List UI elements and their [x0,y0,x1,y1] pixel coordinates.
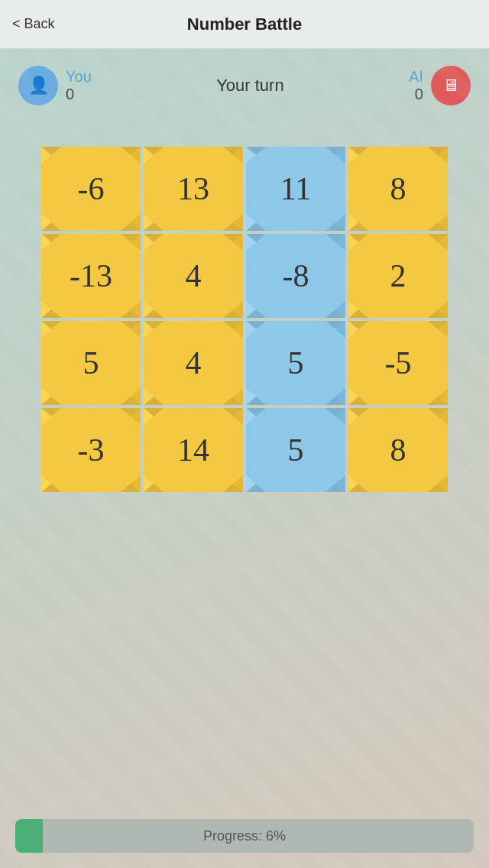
game-grid: -6 13 11 8 [41,147,448,492]
cell-value: 5 [288,345,304,381]
player-name: You [66,68,92,86]
player-icon: 👤 [28,76,49,96]
game-area: 👤 You 0 Your turn AI 0 🖥 [0,49,489,868]
grid-cell-0-1[interactable]: 13 [144,147,243,231]
grid-cell-0-2[interactable]: 11 [246,147,345,231]
ai-score: 0 [415,86,423,103]
ai-name: AI [409,68,423,86]
grid-cell-2-0[interactable]: 5 [41,321,141,405]
cell-value: -3 [78,432,105,468]
cell-value: 8 [390,170,406,207]
cell-value: -5 [385,345,412,381]
grid-cell-2-1[interactable]: 4 [144,321,243,405]
player-name-score: You 0 [66,68,92,103]
turn-label: Your turn [216,76,283,96]
ai-info: AI 0 🖥 [409,66,471,105]
grid-cell-0-0[interactable]: -6 [41,147,141,231]
navigation-bar: < Back Number Battle [0,0,489,49]
grid-cell-3-1[interactable]: 14 [144,408,243,492]
player-avatar: 👤 [18,66,58,105]
grid-cell-3-2[interactable]: 5 [246,408,345,492]
grid-cell-1-1[interactable]: 4 [144,234,243,318]
cell-value: 13 [177,170,209,207]
cell-value: 5 [288,432,304,468]
grid-cell-1-2[interactable]: -8 [246,234,345,318]
grid-cell-3-3[interactable]: 8 [348,408,448,492]
cell-value: 4 [186,257,202,294]
progress-container: Progress: 6% [15,819,474,853]
player-info: 👤 You 0 [18,66,92,105]
cell-value: 11 [280,170,311,207]
grid-cell-1-3[interactable]: 2 [348,234,448,318]
back-label: < Back [12,16,55,32]
grid-cell-0-3[interactable]: 8 [348,147,448,231]
cell-value: -6 [78,170,105,207]
grid-cell-3-0[interactable]: -3 [41,408,141,492]
ai-icon: 🖥 [442,76,459,96]
progress-bar-fill [15,819,43,853]
cell-value: 5 [83,345,99,381]
ai-name-score: AI 0 [409,68,423,103]
cell-value: 14 [177,432,209,468]
back-button[interactable]: < Back [12,16,55,32]
cell-value: -8 [283,257,309,294]
grid-cell-2-3[interactable]: -5 [348,321,448,405]
progress-label: Progress: 6% [203,828,286,844]
cell-value: 4 [186,345,202,381]
score-header: 👤 You 0 Your turn AI 0 🖥 [0,55,489,116]
cell-value: -13 [70,257,112,294]
cell-value: 8 [390,432,406,468]
grid-cell-1-0[interactable]: -13 [41,234,141,318]
player-score: 0 [66,86,74,103]
page-title: Number Battle [187,15,302,34]
cell-value: 2 [390,257,406,294]
grid-cell-2-2[interactable]: 5 [246,321,345,405]
ai-avatar: 🖥 [431,66,471,105]
